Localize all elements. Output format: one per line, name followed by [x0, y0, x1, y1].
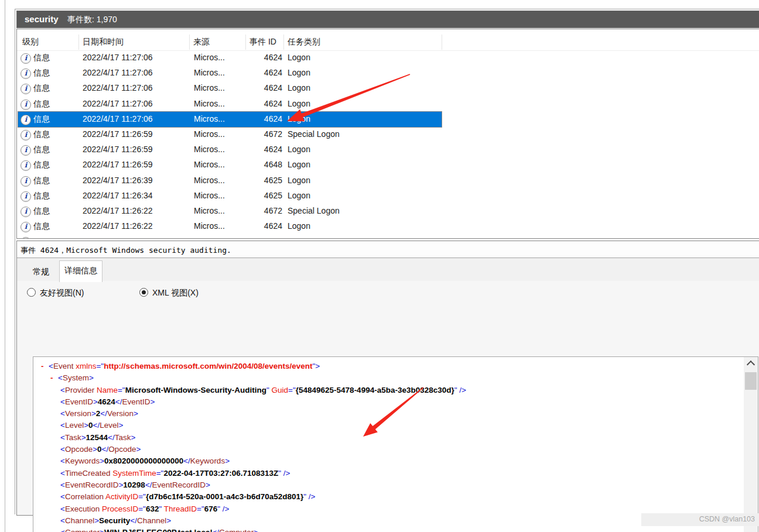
source-cell: Micros...	[194, 99, 225, 108]
level-cell: 信息	[33, 176, 50, 186]
info-icon: i	[20, 222, 31, 232]
column-header-2[interactable]: 日期和时间⌄	[78, 35, 190, 50]
table-row[interactable]: i信息2022/4/17 11:26:59Micros...4672Specia…	[18, 127, 442, 142]
row-icon-cell: i	[20, 99, 31, 110]
xml-line-text: <Level>0</Level>	[60, 421, 123, 430]
table-row[interactable]: i信息2022/4/17 11:27:06Micros...4624Logon	[18, 97, 442, 112]
task-category-cell: Logon	[288, 160, 310, 169]
row-icon-cell: i	[20, 114, 31, 125]
xml-line: <Channel>Security</Channel>	[33, 516, 743, 528]
xml-line-text: <Execution ProcessID="632" ThreadID="676…	[60, 504, 229, 513]
level-cell: 信息	[33, 129, 50, 140]
table-row[interactable]: i信息2022/4/17 11:26:22Micros...4672Specia…	[18, 204, 442, 219]
datetime-cell: 2022/4/17 11:27:06	[83, 83, 153, 92]
collapse-toggle[interactable]: -	[50, 373, 53, 382]
xml-line: <EventRecordID>10298</EventRecordID>	[33, 480, 743, 492]
column-header-1[interactable]: 级别	[18, 35, 79, 50]
task-category-cell: Logon	[288, 221, 310, 231]
table-row[interactable]: i信息2022/4/17 11:26:22Micros...4624Logon	[18, 219, 442, 234]
xml-line-text: <System>	[58, 373, 94, 382]
xml-line-text: <Version>2</Version>	[60, 409, 138, 418]
xml-line: <Provider Name="Microsoft-Windows-Securi…	[33, 386, 743, 397]
scrollbar-thumb[interactable]	[745, 372, 757, 390]
tab-general[interactable]: 常规	[28, 265, 54, 279]
xml-line-text: <EventID>4624</EventID>	[60, 397, 155, 406]
log-name: security	[25, 14, 59, 24]
xml-line-text: <Correlation ActivityID="{d7b6c1f4-520a-…	[60, 492, 316, 501]
row-icon-cell: i	[20, 236, 31, 239]
source-cell: Micros...	[194, 191, 225, 200]
source-cell: Micros...	[194, 68, 225, 77]
table-header: 级别日期和时间⌄来源事件 ID任务类别	[17, 35, 759, 51]
event-id-cell: 4624	[245, 145, 282, 154]
column-header-label: 任务类别	[288, 37, 320, 47]
event-id-cell: 4624	[245, 99, 282, 108]
event-id-cell: 4672	[245, 129, 282, 139]
info-icon: i	[20, 99, 31, 110]
source-cell: Micros...	[194, 145, 225, 154]
radio-label: 友好视图(N)	[40, 288, 84, 297]
datetime-cell: 2022/4/17 11:26:59	[83, 145, 153, 154]
info-icon: i	[20, 176, 31, 187]
source-cell: Micros...	[194, 221, 225, 231]
table-row[interactable]: i信息2022/4/17 11:26:34Micros...4625Logon	[18, 188, 442, 204]
event-id-cell: 4648	[245, 160, 282, 169]
level-cell: 信息	[33, 160, 50, 170]
event-id-cell: 4672	[245, 206, 282, 215]
datetime-cell: 2022/4/17 11:27:06	[83, 114, 153, 123]
event-id-cell: 4624	[245, 114, 282, 123]
table-row[interactable]: i信息2022/4/17 11:26:39Micros...4625Logon	[18, 173, 442, 188]
task-category-cell: Special Logon	[288, 129, 340, 139]
column-header-4[interactable]: 事件 ID	[245, 35, 284, 50]
datetime-cell: 2022/4/17 11:26:22	[83, 206, 153, 215]
xml-line-text: <Provider Name="Microsoft-Windows-Securi…	[60, 386, 466, 394]
datetime-cell: 2022/4/17 11:26:34	[83, 191, 153, 200]
datetime-cell: 2022/4/17 11:27:06	[83, 53, 153, 62]
xml-line: <Task>12544</Task>	[33, 433, 743, 445]
table-row[interactable]: i信息2022/4/17 11:27:06Micros...4624Logon	[18, 66, 442, 81]
radio-friendly-view[interactable]: 友好视图(N)	[27, 288, 84, 298]
column-header-3[interactable]: 来源	[189, 35, 246, 50]
task-category-cell: Logon	[288, 68, 310, 77]
table-row[interactable]: i信息2022/4/17 11:27:06Micros...4624Logon	[18, 50, 442, 66]
info-icon: i	[20, 160, 31, 171]
datetime-cell: 2022/4/17 11:26:59	[83, 129, 153, 139]
level-cell: 信息	[33, 68, 50, 78]
source-cell: Micros...	[194, 83, 225, 92]
table-row[interactable]: i信息2022/4/17 11:26:59Micros...4648Logon	[18, 157, 442, 173]
xml-line: <Correlation ActivityID="{d7b6c1f4-520a-…	[33, 492, 743, 504]
xml-view-box: -<Event xmlns="http://schemas.microsoft.…	[33, 356, 758, 532]
event-id-cell: 4625	[245, 176, 282, 185]
chevron-up-icon	[747, 361, 755, 369]
xml-line-text: <Opcode>0</Opcode>	[60, 445, 141, 454]
row-icon-cell: i	[20, 160, 31, 171]
xml-line: <Version>2</Version>	[33, 409, 743, 421]
tab-details[interactable]: 详细信息	[59, 260, 102, 282]
xml-scrollbar[interactable]	[744, 357, 758, 532]
column-header-5[interactable]: 任务类别	[283, 35, 442, 50]
task-category-cell: Special Logon	[288, 206, 340, 215]
column-header-label: 级别	[22, 37, 39, 47]
info-icon: i	[20, 207, 31, 217]
source-cell: Micros...	[194, 129, 225, 139]
level-cell: 信息	[33, 206, 50, 217]
task-category-cell: Logon	[288, 83, 310, 92]
datetime-cell: 2022/4/17 11:26:39	[83, 176, 153, 185]
row-icon-cell: i	[20, 129, 31, 140]
table-row[interactable]: i	[18, 234, 442, 239]
collapse-toggle[interactable]: -	[41, 362, 44, 370]
radio-xml-view[interactable]: XML 视图(X)	[139, 288, 199, 298]
level-cell: 信息	[33, 114, 50, 125]
scroll-up-button[interactable]	[744, 357, 758, 370]
table-row[interactable]: i信息2022/4/17 11:27:06Micros...4624Logon	[18, 81, 442, 96]
xml-line: <EventID>4624</EventID>	[33, 397, 743, 409]
table-row[interactable]: i信息2022/4/17 11:26:59Micros...4624Logon	[18, 142, 442, 157]
radio-button-icon	[27, 288, 36, 297]
xml-line-text: <Channel>Security</Channel>	[60, 516, 171, 525]
xml-line: <Execution ProcessID="632" ThreadID="676…	[33, 504, 743, 516]
event-viewer-middle-pane: security 事件数: 1,970 级别日期和时间⌄来源事件 ID任务类别 …	[15, 9, 759, 514]
task-category-cell: Logon	[288, 176, 310, 185]
xml-line-text: <Task>12544</Task>	[60, 433, 135, 442]
info-icon: i	[20, 130, 31, 140]
table-row[interactable]: i信息2022/4/17 11:27:06Micros...4624Logon	[18, 112, 442, 127]
